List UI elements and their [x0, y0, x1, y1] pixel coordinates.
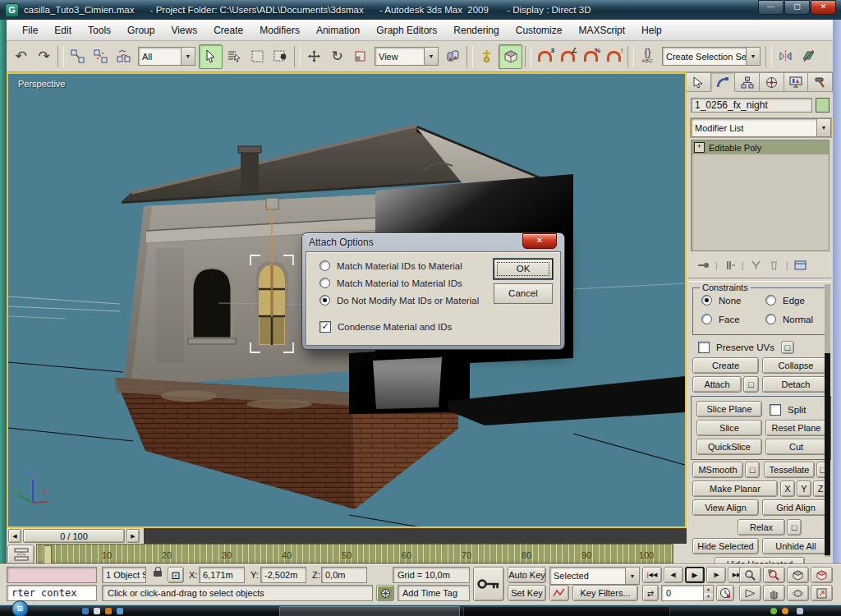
object-name-field[interactable]: 1_0256_fx_night — [691, 98, 812, 113]
set-key-button[interactable]: Set Key — [508, 585, 546, 601]
preserve-uvs-checkbox[interactable]: Preserve UVs □ — [698, 341, 794, 354]
time-slider-handle[interactable] — [44, 545, 52, 564]
rectangular-selection-region-icon[interactable] — [246, 45, 269, 68]
menu-item-animation[interactable]: Animation — [309, 22, 367, 39]
edit-named-selection-sets-icon[interactable]: {} ABC — [636, 45, 659, 68]
stack-item-editable-poly[interactable]: + Editable Poly — [692, 140, 829, 154]
add-time-tag-field[interactable]: Add Time Tag — [398, 585, 470, 601]
x-coord-field[interactable]: 6,171m — [199, 567, 245, 583]
menu-item-modifiers[interactable]: Modifiers — [252, 22, 307, 39]
make-planar-x-button[interactable]: X — [780, 480, 795, 497]
make-planar-y-button[interactable]: Y — [797, 480, 811, 497]
panel-scrollbar-thumb[interactable] — [825, 353, 830, 555]
select-and-scale-icon[interactable] — [349, 45, 371, 68]
constraint-edge-radio[interactable]: Edge — [765, 295, 805, 306]
reset-plane-button[interactable]: Reset Plane — [765, 420, 827, 436]
next-frame-icon[interactable]: |▶ — [706, 567, 726, 583]
unlink-selection-icon[interactable] — [90, 45, 112, 68]
select-and-move-icon[interactable] — [303, 45, 325, 68]
make-unique-icon[interactable] — [750, 260, 762, 271]
maxscript-macro-recorder-line[interactable] — [7, 567, 97, 583]
angle-snap-icon[interactable]: ∠ — [557, 45, 579, 68]
start-button[interactable]: ⊞ — [11, 600, 29, 616]
window-crossing-toggle-icon[interactable] — [269, 45, 292, 68]
mini-curve-editor-icon[interactable] — [7, 545, 34, 564]
reference-coordinate-dropdown[interactable]: View▼ — [375, 47, 439, 66]
grid-align-button[interactable]: Grid Align — [762, 499, 830, 516]
isolation-mode-icon[interactable] — [376, 585, 394, 601]
absolute-mode-icon[interactable]: ⊡ — [168, 567, 184, 583]
toggle-set-key-mode-icon[interactable] — [473, 567, 504, 601]
menu-item-file[interactable]: File — [15, 22, 45, 39]
constraint-normal-radio[interactable]: Normal — [765, 314, 813, 324]
relax-button[interactable]: Relax — [738, 519, 785, 536]
collapse-button[interactable]: Collapse — [762, 357, 830, 374]
use-pivot-point-center-icon[interactable] — [442, 45, 464, 68]
menu-item-views[interactable]: Views — [163, 22, 205, 39]
taskbar-app-button[interactable] — [279, 606, 460, 616]
object-color-sw atch[interactable] — [816, 98, 830, 113]
minimize-button[interactable]: — — [758, 0, 784, 15]
show-end-result-icon[interactable] — [724, 260, 736, 271]
select-object-icon[interactable] — [199, 44, 223, 69]
quick-launch-icon[interactable] — [94, 608, 100, 614]
menu-item-rendering[interactable]: Rendering — [446, 22, 506, 39]
arc-rotate-icon[interactable] — [787, 585, 809, 601]
tessellate-button[interactable]: Tessellate — [764, 462, 815, 478]
snap-toggle-3d-icon[interactable]: 3 — [534, 45, 556, 68]
modifier-list-dropdown[interactable]: Modifier List ▼ — [691, 118, 831, 137]
tray-icon[interactable] — [782, 608, 788, 614]
zoom-extents-all-icon[interactable] — [811, 567, 833, 583]
create-button[interactable]: Create — [692, 357, 759, 374]
dialog-close-icon[interactable]: ✕ — [522, 233, 557, 249]
hide-selected-button[interactable]: Hide Selected — [692, 538, 759, 554]
named-selection-set-dropdown[interactable]: Create Selection Set▼ — [662, 47, 761, 66]
slice-plane-button[interactable]: Slice Plane — [696, 401, 762, 417]
current-frame-field[interactable]: 0 ▲▼ — [661, 585, 714, 601]
remove-modifier-icon[interactable] — [768, 260, 780, 271]
go-to-start-icon[interactable]: |◀◀ — [642, 567, 662, 583]
relax-settings-icon[interactable]: □ — [787, 519, 802, 536]
menu-item-tools[interactable]: Tools — [80, 22, 118, 39]
bind-to-space-warp-icon[interactable] — [113, 45, 135, 68]
msmooth-button[interactable]: MSmooth — [692, 462, 743, 478]
dialog-title[interactable]: Attach Options — [309, 237, 374, 248]
y-coord-field[interactable]: -2,502m — [260, 567, 306, 583]
select-and-rotate-icon[interactable]: ↻ — [326, 45, 348, 68]
tab-modify-icon[interactable] — [711, 72, 736, 92]
tray-icon[interactable] — [797, 608, 803, 614]
menu-item-create[interactable]: Create — [206, 22, 250, 39]
attach-button[interactable]: Attach — [692, 376, 742, 393]
tab-hierarchy-icon[interactable] — [735, 72, 760, 92]
radio-match-ids-to-material[interactable]: Match Material IDs to Material — [319, 260, 462, 271]
auto-key-button[interactable]: Auto Key — [508, 567, 546, 583]
view-align-button[interactable]: View Align — [692, 499, 759, 516]
key-filters-button[interactable]: Key Filters... — [572, 585, 638, 601]
spinner-up-icon[interactable]: ▲ — [704, 586, 713, 593]
play-animation-icon[interactable]: ▶ — [685, 567, 705, 583]
default-in-out-tangents-icon[interactable] — [549, 585, 569, 601]
previous-frame-icon[interactable]: ◀| — [664, 567, 683, 583]
constraint-none-radio[interactable]: None — [701, 295, 742, 306]
configure-modifier-sets-icon[interactable] — [794, 260, 807, 271]
make-planar-button[interactable]: Make Planar — [692, 480, 778, 497]
panel-scrollbar[interactable] — [825, 284, 830, 557]
detach-button[interactable]: Detach — [762, 376, 830, 393]
z-coord-field[interactable]: 0,0m — [321, 567, 367, 583]
expand-icon[interactable]: + — [694, 142, 705, 153]
zoom-all-icon[interactable] — [763, 567, 785, 583]
tab-utilities-icon[interactable] — [808, 72, 833, 92]
unhide-all-button[interactable]: Unhide All — [762, 538, 830, 554]
quickslice-button[interactable]: QuickSlice — [696, 439, 762, 455]
pin-stack-icon[interactable] — [697, 260, 710, 271]
tab-create-icon[interactable] — [687, 72, 711, 92]
menu-item-customize[interactable]: Customize — [508, 22, 570, 39]
menu-item-graph-editors[interactable]: Graph Editors — [369, 22, 444, 39]
undo-icon[interactable]: ↶ — [10, 45, 32, 68]
tab-display-icon[interactable] — [784, 72, 809, 92]
zoom-extents-icon[interactable] — [787, 567, 809, 583]
attach-settings-icon[interactable]: □ — [743, 376, 759, 393]
select-by-name-icon[interactable] — [223, 45, 246, 68]
time-slider[interactable]: 0 / 100 — [23, 529, 125, 543]
close-button[interactable]: ✕ — [811, 0, 836, 15]
